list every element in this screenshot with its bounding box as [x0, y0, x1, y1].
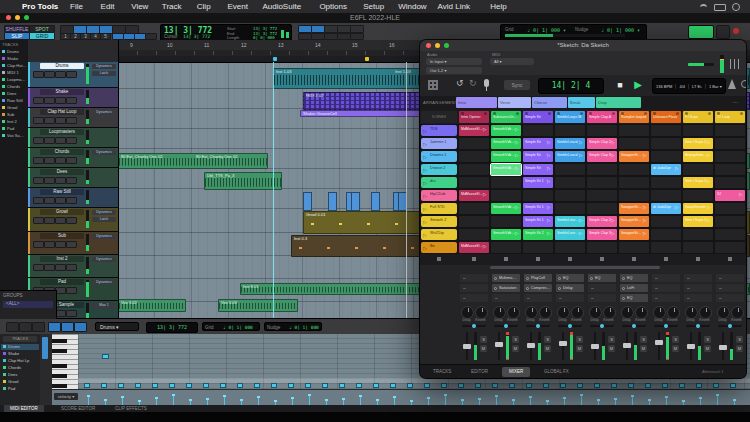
velocity-dot[interactable] [682, 400, 685, 402]
clip-slot[interactable]: SwapSmooth▷ [683, 203, 713, 214]
velocity-dot[interactable] [359, 395, 362, 397]
track-column-header[interactable]: SubstanceUnmute [491, 111, 521, 123]
clip-slot[interactable] [715, 229, 745, 240]
clip-play-icon[interactable]: ▷ [547, 179, 550, 184]
clip-slot[interactable] [715, 203, 745, 214]
clip-slot[interactable]: Smn I Supa 2▷ [683, 216, 713, 227]
pan-handle[interactable] [536, 324, 540, 328]
insert-power-icon[interactable] [622, 287, 625, 290]
insert-slot[interactable] [684, 294, 712, 302]
clip-play-icon[interactable]: ▷ [707, 218, 710, 223]
track-name[interactable]: Loopmasters [40, 129, 84, 135]
insert-slot[interactable] [716, 284, 744, 292]
midi-clip-small[interactable] [303, 192, 312, 211]
clip-slot[interactable] [683, 242, 713, 253]
insert-power-icon[interactable] [526, 287, 529, 290]
clip-play-icon[interactable]: ▷ [579, 140, 582, 145]
rec-button[interactable] [33, 157, 44, 164]
clip-play-icon[interactable]: ▷ [579, 218, 582, 223]
clip-slot[interactable] [587, 125, 617, 136]
midi-note[interactable] [118, 383, 124, 388]
scene-launch-cell[interactable]: ▷HipCDub [421, 190, 457, 201]
pan-handle[interactable] [728, 324, 732, 328]
clip-slot[interactable]: SwappinSteam▷ [619, 216, 649, 227]
velocity-dot[interactable] [410, 400, 413, 402]
menu-app[interactable]: Pro Tools [22, 2, 58, 11]
fader-handle[interactable] [655, 340, 663, 345]
midi-note[interactable] [186, 383, 192, 388]
velocity-lane[interactable]: velocity ▾ [52, 389, 750, 406]
clip-slot[interactable]: SimbleLinard 2▷ [555, 216, 585, 227]
clip-play-icon[interactable]: ▷ [547, 166, 550, 171]
mute-button[interactable] [66, 177, 77, 184]
clip-slot[interactable] [491, 242, 521, 253]
midi-note[interactable] [84, 383, 90, 388]
automation-chip[interactable]: Latch [92, 217, 116, 222]
velocity-dot[interactable] [223, 395, 226, 397]
solo-button[interactable] [55, 177, 66, 184]
automation-chip[interactable]: Dynamics [92, 280, 116, 285]
track-column-header[interactable]: Simple Kit [523, 111, 553, 123]
clip-slot[interactable] [523, 125, 553, 136]
mixer-icon[interactable] [730, 59, 739, 69]
toolbar-right-button-1[interactable] [716, 25, 730, 39]
mute-button[interactable]: M [704, 345, 711, 352]
velocity-dot[interactable] [580, 394, 583, 396]
clip-play-icon[interactable]: ▷ [483, 244, 486, 249]
track-column-header[interactable]: Intro Opener [459, 111, 489, 123]
clip-slot[interactable]: Simple Clap 3▷ [587, 151, 617, 162]
toolbar-button-b1[interactable] [311, 33, 325, 40]
clip-play-icon[interactable]: ▷ [611, 153, 614, 158]
track-name[interactable]: Sub [40, 233, 84, 239]
sidebar-track-item[interactable]: MIDI 1 [1, 70, 27, 76]
track-mute-dot[interactable] [548, 112, 551, 115]
velocity-stem[interactable] [292, 398, 293, 405]
pan-handle[interactable] [664, 324, 668, 328]
toolbar-button-a2[interactable] [324, 25, 338, 33]
insert-slot[interactable] [652, 284, 680, 292]
clip-slot[interactable] [459, 203, 489, 214]
mute-button[interactable] [66, 97, 77, 104]
clip-slot[interactable]: SmoothVdblASh▷ [491, 125, 521, 136]
note-tool-icon[interactable] [19, 322, 32, 332]
midi-note[interactable] [356, 383, 362, 388]
mute-button[interactable] [66, 264, 77, 271]
input-button[interactable] [44, 71, 55, 78]
input-button[interactable] [44, 97, 55, 104]
clip-play-icon[interactable]: ▷ [707, 179, 710, 184]
solo-button[interactable] [55, 197, 66, 204]
velocity-stem[interactable] [156, 398, 157, 405]
pan-handle[interactable] [696, 324, 700, 328]
velocity-dot[interactable] [274, 400, 277, 402]
midi-note[interactable] [254, 383, 260, 388]
clip-slot[interactable]: Smn I Supa 2▷ [683, 138, 713, 149]
solo-button[interactable] [55, 264, 66, 271]
midi-note[interactable] [730, 383, 736, 388]
audio-clip[interactable]: Vox 3-03 [218, 299, 298, 312]
fader-handle[interactable] [527, 343, 535, 348]
clip-slot[interactable] [587, 190, 617, 201]
solo-button[interactable]: S [704, 336, 711, 343]
clip-slot[interactable] [587, 177, 617, 188]
piano-black-key[interactable] [52, 339, 67, 343]
insert-slot[interactable]: EQ [588, 274, 616, 282]
input-button[interactable] [44, 241, 55, 248]
fader-handle[interactable] [591, 344, 599, 349]
midi-note[interactable] [305, 383, 311, 388]
insert-slot[interactable]: MultimoG… [492, 274, 520, 282]
clip-slot[interactable] [555, 164, 585, 175]
midi-editor-track-list[interactable]: TRACKSDrumsShakeClap Hat LpChordsDeesGro… [0, 334, 41, 405]
midi-note[interactable] [288, 383, 294, 388]
clip-slot[interactable] [619, 164, 649, 175]
velocity-dot[interactable] [138, 400, 141, 402]
arrangement-section-5[interactable]: Drop [596, 97, 641, 108]
clip-play-icon[interactable]: ▷ [675, 166, 678, 171]
clip-slot[interactable]: Simple Clap 2▷ [587, 138, 617, 149]
clip-play-icon[interactable]: ▷ [515, 166, 518, 171]
solo-button[interactable]: S [576, 336, 583, 343]
clip-play-icon[interactable]: ▷ [611, 218, 614, 223]
clip-slot[interactable] [619, 138, 649, 149]
toolbar-button-a0[interactable] [298, 25, 312, 33]
automation-chip[interactable]: Dynamics [92, 150, 116, 155]
clip-slot[interactable]: dr JodoDipr▷ [651, 164, 681, 175]
